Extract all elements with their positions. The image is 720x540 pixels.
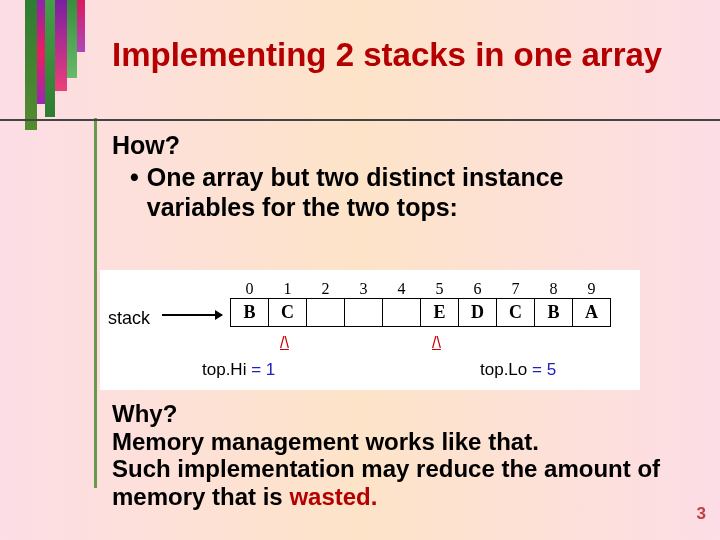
caret-icon: /\: [432, 334, 441, 352]
cell-row: BC E DC BA: [231, 299, 611, 327]
decorative-stripe: [25, 0, 95, 130]
arrow-icon: [162, 314, 222, 316]
slide-title: Implementing 2 stacks in one array: [112, 36, 662, 74]
page-number: 3: [697, 504, 706, 524]
horizontal-rule: [0, 119, 720, 121]
bullet-item: • One array but two distinct instance va…: [112, 162, 672, 222]
vertical-rule: [94, 118, 97, 488]
why-line-1: Memory management works like that.: [112, 428, 672, 456]
content-block: How? • One array but two distinct instan…: [112, 130, 672, 222]
top-lo-label: top.Lo = 5: [480, 360, 556, 380]
bullet-text: One array but two distinct instance vari…: [147, 162, 672, 222]
why-block: Why? Memory management works like that. …: [112, 400, 672, 510]
top-hi-label: top.Hi = 1: [202, 360, 275, 380]
how-heading: How?: [112, 130, 672, 160]
stack-label: stack: [108, 308, 150, 329]
caret-icon: /\: [280, 334, 289, 352]
bullet-dot: •: [130, 162, 139, 222]
array-diagram: stack 01 23 45 67 89 BC E DC BA /\ /\ to…: [100, 270, 640, 390]
index-row: 01 23 45 67 89: [231, 280, 611, 299]
why-line-2: Such implementation may reduce the amoun…: [112, 455, 672, 510]
why-heading: Why?: [112, 400, 672, 428]
